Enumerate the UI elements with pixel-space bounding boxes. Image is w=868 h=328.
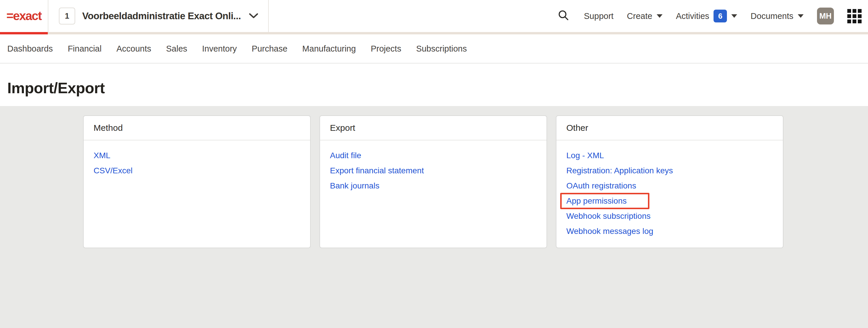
link-csv-excel[interactable]: CSV/Excel	[94, 166, 133, 175]
nav-item-sales[interactable]: Sales	[166, 44, 187, 54]
link-registration-application-keys[interactable]: Registration: Application keys	[566, 166, 673, 175]
link-xml[interactable]: XML	[94, 151, 111, 160]
card-export: Export Audit file Export financial state…	[319, 116, 547, 248]
link-webhook-subscriptions[interactable]: Webhook subscriptions	[566, 211, 651, 221]
card-title: Other	[556, 116, 783, 140]
topbar-item-activities[interactable]: Activities 6	[676, 10, 737, 23]
link-row: Webhook subscriptions	[566, 208, 783, 224]
caret-down-icon	[657, 14, 662, 18]
app-grid-icon[interactable]	[847, 9, 862, 23]
division-selector[interactable]: 1 Voorbeeldadministratie Exact Onli...	[49, 0, 268, 32]
link-row: Bank journals	[330, 178, 547, 193]
nav-item-subscriptions[interactable]: Subscriptions	[416, 44, 467, 54]
topbar-strip-beige	[48, 32, 868, 34]
link-row: Export financial statement	[330, 163, 547, 178]
card-body: XML CSV/Excel	[84, 140, 310, 178]
chevron-down-icon	[249, 13, 258, 19]
link-export-financial-statement[interactable]: Export financial statement	[330, 166, 424, 175]
card-title: Method	[84, 116, 310, 140]
nav-item-accounts[interactable]: Accounts	[116, 44, 151, 54]
topbar-item-create[interactable]: Create	[627, 11, 662, 21]
link-row: CSV/Excel	[94, 163, 310, 178]
caret-down-icon	[798, 14, 804, 18]
nav-item-projects[interactable]: Projects	[371, 44, 401, 54]
card-title: Export	[320, 116, 547, 140]
topbar-divider-right	[268, 0, 269, 32]
card-body: Log - XML Registration: Application keys…	[556, 140, 783, 239]
topbar-menu: Support Create Activities 6 Documents MH	[557, 7, 868, 25]
link-row: XML	[94, 148, 310, 163]
card-body: Audit file Export financial statement Ba…	[320, 140, 547, 193]
nav-item-purchase[interactable]: Purchase	[252, 44, 288, 54]
link-log-xml[interactable]: Log - XML	[566, 151, 604, 160]
card-other: Other Log - XML Registration: Applicatio…	[556, 116, 783, 248]
activities-count-badge: 6	[714, 10, 727, 23]
link-row: Registration: Application keys	[566, 163, 783, 178]
link-row: Audit file	[330, 148, 547, 163]
link-oauth-registrations[interactable]: OAuth registrations	[566, 181, 636, 191]
page-title: Import/Export	[7, 80, 868, 96]
link-audit-file[interactable]: Audit file	[330, 151, 361, 160]
exact-logo[interactable]: =exact	[0, 0, 48, 32]
division-number-badge: 1	[59, 7, 75, 25]
link-row: Webhook messages log	[566, 224, 783, 239]
avatar[interactable]: MH	[817, 7, 834, 25]
content-area: Method XML CSV/Excel Export Audit file E…	[0, 106, 868, 328]
topbar: =exact 1 Voorbeeldadministratie Exact On…	[0, 0, 868, 32]
nav-item-inventory[interactable]: Inventory	[202, 44, 237, 54]
highlight-box: App permissions	[560, 193, 649, 209]
main-nav: DashboardsFinancialAccountsSalesInventor…	[0, 34, 868, 64]
link-bank-journals[interactable]: Bank journals	[330, 181, 379, 191]
division-name: Voorbeeldadministratie Exact Onli...	[82, 10, 241, 22]
link-app-permissions[interactable]: App permissions	[566, 196, 627, 206]
nav-item-financial[interactable]: Financial	[68, 44, 101, 54]
link-row: Log - XML	[566, 148, 783, 163]
topbar-strip-red	[0, 32, 48, 34]
topbar-strip	[0, 32, 868, 34]
topbar-item-support[interactable]: Support	[584, 11, 614, 21]
exact-logo-text: =exact	[6, 9, 41, 23]
topbar-item-documents[interactable]: Documents	[750, 11, 804, 21]
link-webhook-messages-log[interactable]: Webhook messages log	[566, 227, 653, 236]
nav-item-manufacturing[interactable]: Manufacturing	[302, 44, 356, 54]
page-header: Import/Export	[0, 64, 868, 106]
caret-down-icon	[731, 14, 737, 18]
card-method: Method XML CSV/Excel	[83, 116, 311, 248]
nav-item-dashboards[interactable]: Dashboards	[7, 44, 53, 54]
search-icon[interactable]	[557, 9, 570, 23]
link-row: OAuth registrations	[566, 178, 783, 193]
link-row: App permissions	[566, 193, 783, 208]
